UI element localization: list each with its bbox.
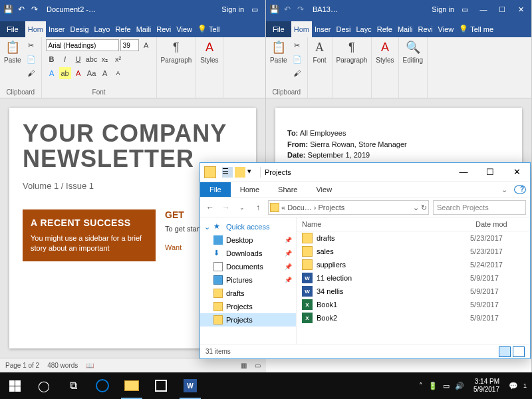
network-icon[interactable]: ▭ (443, 382, 450, 390)
font-color-icon[interactable]: A (72, 67, 84, 79)
paste-button[interactable]: 📋Paste (270, 39, 287, 64)
word-button[interactable]: W (176, 372, 205, 399)
redo-icon[interactable]: ↷ (29, 4, 40, 15)
nav-pictures[interactable]: Pictures📌 (200, 273, 296, 287)
paragraph-button[interactable]: ¶Paragraph (336, 39, 368, 64)
print-layout-icon[interactable]: ▦ (241, 362, 247, 369)
spellcheck-icon[interactable]: 📖 (86, 362, 94, 369)
expand-ribbon-icon[interactable]: ⌄ (495, 186, 514, 194)
tab-home[interactable]: Hom (25, 21, 46, 37)
copy-icon[interactable]: 📄 (291, 53, 303, 65)
tab-layout[interactable]: Layc (353, 21, 374, 37)
start-button[interactable] (0, 372, 29, 399)
tab-insert[interactable]: Inser (312, 21, 333, 37)
tab-design[interactable]: Desig (67, 21, 91, 37)
tell-me[interactable]: 💡Tell (195, 21, 223, 37)
change-case-icon[interactable]: Aa (86, 67, 98, 79)
subscript-button[interactable]: x₂ (99, 53, 111, 65)
close-button[interactable]: ✕ (503, 167, 530, 177)
sign-in-link[interactable]: Sign in (432, 5, 454, 13)
italic-button[interactable]: I (59, 53, 71, 65)
minimize-button[interactable]: — (450, 167, 477, 177)
tab-references[interactable]: Refe (112, 21, 133, 37)
file-row[interactable]: XBook25/9/2017 (297, 311, 530, 325)
tab-review[interactable]: Revi (416, 21, 436, 37)
col-date[interactable]: Date mod (470, 217, 530, 231)
new-folder-icon[interactable] (235, 167, 245, 178)
tab-review[interactable]: Revi (154, 21, 174, 37)
format-painter-icon[interactable]: 🖌 (291, 67, 303, 79)
nav-desktop[interactable]: Desktop📌 (200, 233, 296, 247)
tab-file[interactable]: File (0, 21, 25, 37)
battery-icon[interactable]: 🔋 (428, 382, 438, 390)
tab-home[interactable]: Home (231, 182, 269, 197)
task-view-button[interactable]: ⧉ (59, 372, 88, 399)
tab-view[interactable]: View (436, 21, 457, 37)
properties-icon[interactable]: ☰ (222, 167, 233, 178)
maximize-icon[interactable]: ☐ (494, 5, 510, 14)
tray-overflow-icon[interactable]: ˄ (419, 382, 423, 390)
close-icon[interactable]: ✕ (513, 5, 529, 14)
tab-home[interactable]: Hom (291, 21, 312, 37)
underline-button[interactable]: U (72, 53, 84, 65)
word-count[interactable]: 480 words (47, 362, 78, 369)
icons-view-icon[interactable] (513, 346, 525, 357)
sign-in-link[interactable]: Sign in (221, 5, 244, 13)
file-row[interactable]: W11 election5/9/2017 (297, 271, 530, 285)
undo-icon[interactable]: ↶ (282, 4, 293, 15)
action-center-icon[interactable]: 💬 (509, 382, 518, 390)
help-icon[interactable]: ? (514, 185, 526, 194)
tell-me[interactable]: 💡Tell me (456, 21, 496, 37)
redo-icon[interactable]: ↷ (295, 4, 306, 15)
recent-button[interactable]: ⌄ (236, 204, 248, 211)
ribbon-options-icon[interactable]: ▭ (247, 5, 263, 14)
styles-button[interactable]: AStyles (200, 39, 218, 64)
minimize-icon[interactable]: — (475, 5, 491, 13)
tab-share[interactable]: Share (269, 182, 307, 197)
cut-icon[interactable]: ✂ (25, 39, 37, 51)
tab-file[interactable]: File (200, 182, 231, 197)
file-row[interactable]: W34 nellis5/9/2017 (297, 285, 530, 298)
file-row[interactable]: drafts5/23/2017 (297, 231, 530, 245)
nav-projects-selected[interactable]: Projects (200, 313, 296, 327)
tab-view[interactable]: View (307, 182, 341, 197)
address-bar[interactable]: « Docu…› Projects ⌄↻ (268, 200, 429, 215)
store-button[interactable] (146, 372, 176, 399)
forward-button[interactable]: → (220, 203, 232, 212)
font-name-input[interactable] (46, 39, 119, 51)
highlight-icon[interactable]: ab (59, 67, 71, 79)
ribbon-options-icon[interactable]: ▭ (457, 5, 473, 14)
read-mode-icon[interactable]: ▭ (255, 362, 261, 369)
paragraph-button[interactable]: ¶Paragraph (161, 39, 192, 64)
text-effects-icon[interactable]: A (46, 67, 58, 79)
maximize-button[interactable]: ☐ (477, 167, 503, 177)
strike-button[interactable]: abc (86, 53, 98, 65)
search-input[interactable]: Search Projects (433, 200, 526, 215)
file-row[interactable]: sales5/23/2017 (297, 245, 530, 258)
superscript-button[interactable]: x² (112, 53, 124, 65)
tab-layout[interactable]: Layo (92, 21, 113, 37)
font-button[interactable]: AFont (312, 39, 328, 64)
nav-documents[interactable]: Documents📌 (200, 260, 296, 273)
file-row[interactable]: XBook15/9/2017 (297, 298, 530, 311)
page-indicator[interactable]: Page 1 of 2 (5, 362, 39, 369)
cortana-button[interactable]: ◯ (29, 372, 59, 399)
grow-font-icon[interactable]: A (140, 39, 152, 51)
tab-design[interactable]: Desi (333, 21, 353, 37)
up-button[interactable]: ↑ (252, 203, 264, 212)
undo-icon[interactable]: ↶ (16, 4, 27, 15)
file-row[interactable]: suppliers5/24/2017 (297, 258, 530, 271)
save-icon[interactable]: 💾 (3, 4, 13, 15)
nav-drafts[interactable]: drafts (200, 287, 296, 300)
tab-view[interactable]: View (174, 21, 195, 37)
back-button[interactable]: ← (204, 203, 216, 212)
column-headers[interactable]: Name Date mod (297, 217, 530, 231)
nav-quick-access[interactable]: ⌄★Quick access (200, 220, 296, 233)
edge-button[interactable] (88, 372, 117, 399)
file-explorer-button[interactable] (117, 372, 146, 399)
clock[interactable]: 3:14 PM 5/9/2017 (469, 378, 503, 394)
explorer-title-bar[interactable]: ☰ ▾ Projects — ☐ ✕ (200, 163, 530, 182)
volume-icon[interactable]: 🔊 (455, 382, 464, 390)
save-icon[interactable]: 💾 (269, 4, 279, 15)
customize-qat-icon[interactable]: ▾ (247, 167, 258, 178)
